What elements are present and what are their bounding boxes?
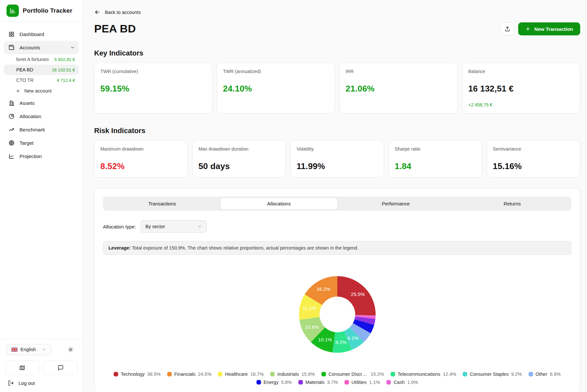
sidebar-item-label: Accounts: [19, 45, 40, 51]
legend-item-utilities: Utilities1.1%: [344, 380, 380, 385]
card-value: 11.99%: [296, 161, 378, 171]
legend-label: Industrials: [277, 372, 299, 377]
plus-icon: [16, 89, 20, 93]
card-label: Sharpe ratio: [395, 146, 476, 152]
legend-value: 1.0%: [407, 380, 418, 385]
account-item-2[interactable]: PEA BD16 132,51 €: [4, 65, 79, 75]
account-list: livret A fortuneo5 502,91 €PEA BD16 132,…: [4, 54, 79, 85]
legend-value: 1.1%: [369, 380, 380, 385]
legend-swatch: [391, 372, 395, 376]
legend-swatch: [114, 372, 118, 376]
svg-text:10.1%: 10.1%: [318, 337, 332, 342]
card-value: 59.15%: [100, 84, 206, 94]
indicator-card: TWR (cumulative)59.15%: [94, 63, 212, 114]
card-sub-value: +2 458,75 €: [468, 102, 574, 107]
wallet-icon: [8, 44, 15, 51]
card-value: 24.10%: [223, 84, 329, 94]
pie-chart-icon: [8, 113, 15, 119]
legend-label: Technology: [121, 372, 144, 377]
svg-text:10.6%: 10.6%: [305, 324, 319, 330]
tab-allocations[interactable]: Allocations: [220, 198, 338, 210]
sidebar-item-benchmark[interactable]: Benchmark: [4, 123, 79, 136]
account-balance: 4 712,4 €: [57, 78, 75, 83]
upload-icon: [505, 26, 510, 32]
legend-value: 38.5%: [147, 372, 161, 377]
card-value: 1.84: [395, 161, 476, 171]
legend-label: Cash: [393, 380, 405, 385]
svg-text:11.1%: 11.1%: [303, 305, 316, 311]
legend-swatch: [256, 380, 261, 385]
card-value: 8.52%: [100, 161, 181, 171]
sidebar-item-label: Benchmark: [19, 127, 45, 133]
indicator-card: Balance16 132,51 €+2 458,75 €: [462, 63, 580, 114]
sidebar: Portfolio Tracker Dashboard Accounts liv…: [0, 0, 83, 392]
indicator-card: Maximum drawdown8.52%: [94, 140, 188, 178]
legend-item-telecommunications: Telecommunications12.4%: [391, 372, 456, 377]
legend-swatch: [344, 380, 349, 385]
card-value: 21.06%: [346, 84, 452, 94]
sidebar-item-label: Assets: [19, 100, 35, 106]
plus-icon: [525, 26, 531, 31]
legend-item-materials: Materials3.7%: [298, 380, 338, 385]
legend-label: Financials: [174, 372, 195, 377]
chart-legend: Technology38.5%Financials24.5%Healthcare…: [110, 372, 565, 385]
dashboard-icon: [8, 31, 15, 37]
tab-performance[interactable]: Performance: [338, 198, 454, 210]
sidebar-extra-items: AssetsAllocationBenchmarkTargetProjectio…: [4, 96, 79, 163]
legend-swatch: [167, 372, 172, 376]
legend-swatch: [529, 372, 533, 376]
account-item-1[interactable]: livret A fortuneo5 502,91 €: [4, 54, 79, 65]
svg-text:6.1%: 6.1%: [347, 335, 358, 341]
chart-line-icon: [8, 153, 15, 159]
language-select[interactable]: English: [6, 344, 51, 355]
indicator-card: Max drawdown duration50 days: [192, 140, 286, 178]
card-label: IRR: [346, 69, 452, 74]
new-transaction-button[interactable]: New Transaction: [518, 22, 580, 35]
sidebar-nav: Dashboard Accounts livret A fortuneo5 50…: [0, 22, 83, 163]
legend-label: Consumer Discretio…: [329, 372, 368, 377]
allocation-donut-chart: 25.5%6.1%8.2%10.1%10.6%11.1%16.2%: [103, 266, 571, 363]
new-account-button[interactable]: New account: [4, 85, 79, 96]
uk-flag-icon: [11, 348, 18, 352]
sidebar-item-projection[interactable]: Projection: [4, 150, 79, 163]
legend-value: 6.9%: [550, 372, 561, 377]
map-button[interactable]: [5, 361, 40, 375]
legend-label: Materials: [306, 380, 325, 385]
card-label: Maximum drawdown: [100, 146, 181, 152]
indicator-card: Volatility11.99%: [290, 140, 384, 178]
sidebar-footer: English: [0, 339, 83, 392]
sidebar-item-allocation[interactable]: Allocation: [4, 110, 79, 123]
main-content: Back to accounts PEA BD New Transaction …: [83, 0, 587, 392]
page-title: PEA BD: [94, 22, 136, 35]
card-label: TWR (cumulative): [100, 69, 206, 74]
sidebar-item-label: Dashboard: [19, 31, 44, 37]
details-panel: TransactionsAllocationsPerformanceReturn…: [94, 188, 580, 392]
chevron-down-icon: [70, 45, 75, 50]
export-button[interactable]: [501, 22, 514, 35]
language-label: English: [20, 347, 36, 352]
sidebar-item-accounts[interactable]: Accounts: [4, 41, 79, 54]
tab-returns[interactable]: Returns: [454, 198, 570, 210]
legend-item-cash: Cash1.0%: [386, 380, 418, 385]
sidebar-item-assets[interactable]: Assets: [4, 96, 79, 110]
tab-transactions[interactable]: Transactions: [104, 198, 220, 210]
account-name: livret A fortuneo: [16, 57, 49, 62]
legend-label: Utilities: [352, 380, 367, 385]
logout-button[interactable]: Log out: [5, 375, 78, 387]
sidebar-item-dashboard[interactable]: Dashboard: [4, 28, 79, 41]
feedback-button[interactable]: [44, 361, 78, 375]
indicator-card: Semivariance15.16%: [487, 140, 580, 178]
account-item-3[interactable]: CTO TR4 712,4 €: [4, 75, 79, 85]
legend-swatch: [298, 380, 303, 385]
legend-label: Healthcare: [225, 372, 248, 377]
theme-toggle-button[interactable]: [65, 344, 76, 355]
logo-chart-icon: [6, 5, 19, 17]
map-icon: [19, 365, 25, 371]
sidebar-item-target[interactable]: Target: [4, 136, 79, 150]
back-to-accounts-link[interactable]: Back to accounts: [94, 9, 141, 15]
legend-value: 15.2%: [371, 372, 384, 377]
legend-label: Consumer Staples: [470, 372, 508, 377]
allocation-type-select[interactable]: By sector: [141, 220, 207, 233]
app-logo: Portfolio Tracker: [0, 0, 83, 22]
legend-value: 16.7%: [250, 372, 264, 377]
